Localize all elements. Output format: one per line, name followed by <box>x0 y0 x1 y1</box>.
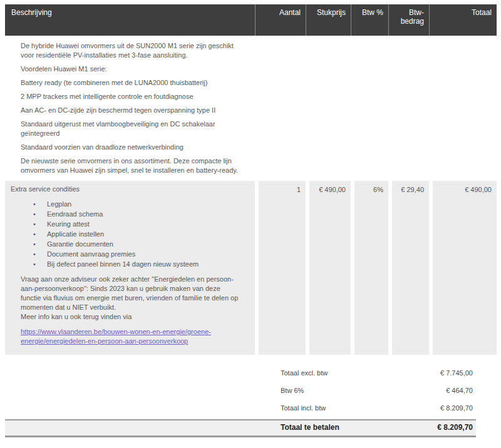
totals-row-incl-btw: Totaal incl. btw € 8.209,70 <box>5 400 476 417</box>
info-link-wrap: https://www.vlaanderen.be/bouwen-wonen-e… <box>21 327 240 346</box>
bullet-text: Keuring attest <box>47 219 90 229</box>
totals-value: € 8.209,70 <box>440 404 476 413</box>
totals-label: Btw 6% <box>281 386 304 395</box>
bullet-icon: • <box>33 219 47 229</box>
item-description-block: De hybride Huawei omvormers uit de SUN20… <box>5 36 255 181</box>
bullet-text: Applicatie instellen <box>47 229 104 239</box>
list-item: • Keuring attest <box>33 219 244 229</box>
description-paragraph: Standaard voorzien van draadloze netwerk… <box>21 143 249 152</box>
bullet-icon: • <box>33 259 47 269</box>
list-item: • Garantie documenten <box>33 239 244 249</box>
vlaanderen-info-link[interactable]: https://www.vlaanderen.be/bouwen-wonen-e… <box>21 328 211 345</box>
column-header-btw-pct: Btw % <box>351 4 388 36</box>
bullet-text: Eendraad schema <box>47 209 103 219</box>
description-paragraph: 2 MPP trackers met intelligente controle… <box>21 92 249 101</box>
bullet-text: Document aanvraag premies <box>47 249 135 259</box>
column-header-aantal: Aantal <box>255 4 306 36</box>
grand-total-label: Totaal te betalen <box>281 423 339 432</box>
invoice-page: Beschrijving Aantal Stukprijs Btw % Btw-… <box>0 4 501 448</box>
totals-label: Totaal excl. btw <box>281 369 328 378</box>
bullet-icon: • <box>33 249 47 259</box>
bullet-icon: • <box>33 229 47 239</box>
service-btw-bedrag-cell: € 29,40 <box>388 181 429 355</box>
column-header-stukprijs: Stukprijs <box>306 4 351 36</box>
list-item: • Bij defect paneel binnen 14 dagen nieu… <box>33 259 244 269</box>
bullet-text: Garantie documenten <box>47 239 113 249</box>
description-paragraph: De hybride Huawei omvormers uit de SUN20… <box>21 41 249 60</box>
totals-row-btw: Btw 6% € 464,70 <box>5 382 476 400</box>
list-item: • Applicatie instellen <box>33 229 244 239</box>
service-stukprijs-cell: € 490,00 <box>306 181 351 355</box>
description-paragraph: Aan AC- en DC-zijde zijn beschermd tegen… <box>21 106 249 115</box>
grand-total-row: Totaal te betalen € 8.209,70 <box>5 419 476 437</box>
column-header-beschrijving: Beschrijving <box>5 4 255 36</box>
description-paragraph: De nieuwste serie omvormers in ons assor… <box>21 156 249 175</box>
list-item: • Eendraad schema <box>33 209 244 219</box>
totals-row-excl-btw: Totaal excl. btw € 7.745,00 <box>5 365 476 382</box>
totals-value: € 464,70 <box>446 386 476 395</box>
description-paragraph: Voordelen Huawei M1 serie: <box>21 64 249 74</box>
totals-label: Totaal incl. btw <box>281 404 326 413</box>
column-header-btw-bedrag: Btw-bedrag <box>388 4 429 36</box>
service-aantal-cell: 1 <box>255 181 306 355</box>
bullet-text: Bij defect paneel binnen 14 dagen nieuw … <box>47 259 199 269</box>
bullet-icon: • <box>33 239 47 249</box>
list-item: • Document aanvraag premies <box>33 249 244 259</box>
energy-sharing-note: Vraag aan onze adviseur ook zeker achter… <box>21 275 240 322</box>
bullet-text: Legplan <box>47 199 71 209</box>
totals-section: Totaal excl. btw € 7.745,00 Btw 6% € 464… <box>5 365 476 437</box>
list-item: • Legplan <box>33 199 244 209</box>
bullet-icon: • <box>33 199 47 209</box>
service-row: Extra service condities • Legplan • Eend… <box>5 181 497 355</box>
service-row-title: Extra service condities <box>11 185 244 194</box>
service-btw-pct-cell: 6% <box>351 181 388 355</box>
description-paragraph: Standaard uitgerust met vlamboogbeveilig… <box>21 120 249 138</box>
service-bullet-list: • Legplan • Eendraad schema • Keuring at… <box>33 199 244 269</box>
service-totaal-cell: € 490,00 <box>429 181 497 355</box>
service-description-cell: Extra service condities • Legplan • Eend… <box>5 181 255 355</box>
bullet-icon: • <box>33 209 47 219</box>
totals-value: € 7.745,00 <box>440 369 476 378</box>
column-header-totaal: Totaal <box>429 4 497 36</box>
grand-total-value: € 8.209,70 <box>437 423 476 432</box>
description-paragraph: Battery ready (te combineren met de LUNA… <box>21 78 249 88</box>
line-items-table: Beschrijving Aantal Stukprijs Btw % Btw-… <box>5 4 497 355</box>
table-header: Beschrijving Aantal Stukprijs Btw % Btw-… <box>5 4 497 36</box>
